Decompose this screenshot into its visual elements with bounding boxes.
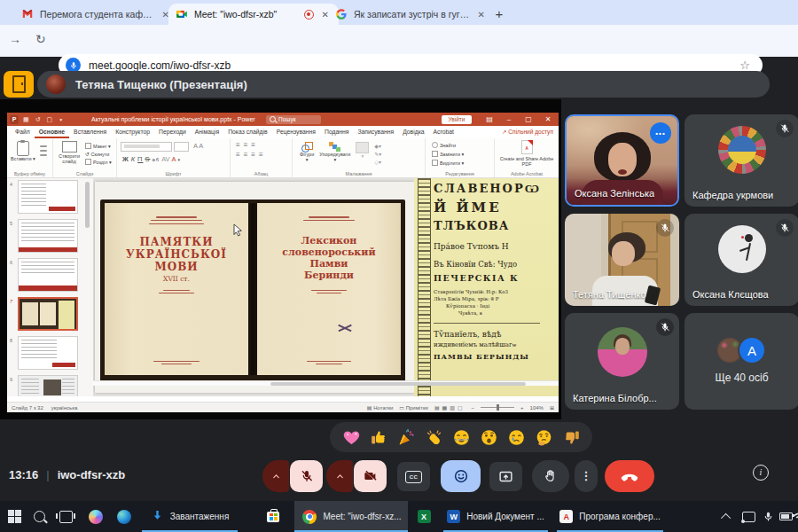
- captions-button[interactable]: CC: [397, 462, 430, 491]
- tray-cast-icon[interactable]: [739, 501, 757, 532]
- raise-hand-button[interactable]: [532, 460, 569, 492]
- tab-review[interactable]: Рецензування: [272, 126, 320, 138]
- tab-animations[interactable]: Анімація: [191, 126, 223, 138]
- arrange-button[interactable]: Упорядкувати▾: [319, 142, 350, 167]
- notes-button[interactable]: ▤ Нотатки: [367, 404, 394, 411]
- task-view-icon[interactable]: [55, 501, 76, 532]
- tray-chevron-up-icon[interactable]: [718, 501, 736, 532]
- layout-button[interactable]: Макет ▾: [85, 143, 112, 149]
- microsoft-store-icon[interactable]: [262, 501, 284, 532]
- font-name-box[interactable]: [121, 142, 172, 152]
- camera-off-button[interactable]: [354, 460, 387, 492]
- taskbar-item-word[interactable]: W Новий Документ ...: [443, 501, 548, 532]
- slide-thumbnail-5[interactable]: [18, 219, 78, 253]
- paste-button[interactable]: Вставити ▾: [11, 141, 35, 161]
- copilot-icon[interactable]: [85, 501, 106, 532]
- adobe-pdf-button[interactable]: A Create and Share Adobe PDF: [495, 140, 559, 167]
- language-indicator[interactable]: українська: [51, 405, 78, 411]
- clapping-hands-icon[interactable]: [425, 428, 443, 447]
- restore-icon[interactable]: ▢: [521, 113, 536, 126]
- astonished-face-icon[interactable]: [480, 428, 498, 447]
- end-call-button[interactable]: [605, 460, 654, 492]
- tab-help[interactable]: Довідка: [398, 126, 428, 138]
- taskbar-item-pdf[interactable]: A Програма конфер...: [557, 501, 663, 532]
- comments-button[interactable]: ▭ Примітки: [399, 404, 428, 411]
- replace-button[interactable]: Замінити ▾: [432, 151, 494, 157]
- search-icon[interactable]: [28, 501, 50, 532]
- tab-design[interactable]: Конструктор: [111, 126, 154, 138]
- reset-button[interactable]: ↺ Скинути: [85, 151, 112, 157]
- crying-face-icon[interactable]: [507, 428, 526, 447]
- zoom-slider[interactable]: [481, 407, 514, 408]
- refresh-icon[interactable]: ↻: [35, 32, 46, 46]
- edge-icon[interactable]: [113, 501, 135, 532]
- bookmark-star-icon[interactable]: ☆: [739, 59, 750, 72]
- tab-acrobat[interactable]: Acrobat: [429, 126, 458, 138]
- new-slide-button[interactable]: Створити слайд: [56, 141, 82, 165]
- taskbar-item-excel[interactable]: X: [413, 501, 434, 532]
- slide-thumbnail-7-selected[interactable]: [18, 297, 78, 331]
- font-size-box[interactable]: [174, 142, 189, 152]
- face-with-tears-of-joy-icon[interactable]: [452, 428, 471, 447]
- participant-tile-oksana-klieshchova[interactable]: Оксана Клєщова: [685, 214, 798, 306]
- list-buttons[interactable]: ≡≡≡: [231, 138, 292, 149]
- thinking-face-icon[interactable]: [535, 428, 553, 447]
- taskbar-item-chrome-meet[interactable]: Meet: "iwo-dfsr-xz...: [298, 501, 406, 532]
- slide-thumbnail-4[interactable]: [18, 180, 78, 214]
- zoom-out-button[interactable]: −: [472, 405, 475, 411]
- tab-insert[interactable]: Вставлення: [69, 126, 111, 138]
- slide-thumbnail-8[interactable]: [18, 336, 78, 370]
- tray-microphone-icon[interactable]: [759, 501, 777, 532]
- sign-in-button[interactable]: Увійти: [442, 115, 472, 124]
- fit-slide-button[interactable]: ⊞: [550, 404, 554, 411]
- party-popper-icon[interactable]: [397, 428, 416, 447]
- thumbnail-scrollbar[interactable]: [85, 182, 90, 228]
- align-buttons[interactable]: ≡≡≡≡: [231, 149, 292, 159]
- browser-tab-meet[interactable]: Meet: "iwo-dfsr-xzb" ✕: [168, 4, 339, 25]
- forward-icon[interactable]: →: [9, 32, 21, 46]
- minimize-icon[interactable]: –: [502, 113, 516, 126]
- tab-slideshow[interactable]: Показ слайдів: [223, 126, 272, 138]
- close-icon[interactable]: ✕: [541, 113, 555, 126]
- share-button[interactable]: ↗ Спільний доступ: [502, 126, 559, 138]
- shapes-button[interactable]: Фігури▾: [300, 142, 314, 167]
- find-button[interactable]: Знайти: [432, 142, 494, 148]
- overflow-tile-more-participants[interactable]: A Ще 40 осіб: [685, 313, 798, 410]
- tab-home[interactable]: Основне: [35, 126, 69, 138]
- mic-options-chevron[interactable]: [262, 460, 289, 492]
- thumbs-up-icon[interactable]: [370, 428, 388, 447]
- new-tab-button[interactable]: +: [489, 4, 509, 24]
- present-button[interactable]: [489, 462, 522, 491]
- start-button[interactable]: [4, 501, 25, 532]
- thumbs-down-icon[interactable]: [562, 428, 581, 447]
- section-button[interactable]: Розділ ▾: [85, 159, 112, 165]
- taskbar-item-downloads[interactable]: Завантаження: [142, 501, 238, 532]
- tray-wifi-icon[interactable]: [793, 501, 798, 532]
- ppt-search-box[interactable]: Пошук: [266, 115, 321, 124]
- participant-tile-kafedra-ukrmovy[interactable]: Кафедра укрмови: [685, 114, 798, 207]
- tab-file[interactable]: Файл: [11, 126, 35, 138]
- horizontal-scrollbar[interactable]: [93, 380, 559, 386]
- slide-thumbnail-9[interactable]: [18, 375, 78, 396]
- reactions-button[interactable]: [441, 460, 481, 492]
- mic-off-button[interactable]: [290, 460, 323, 492]
- close-icon[interactable]: ✕: [475, 9, 488, 20]
- tab-recording[interactable]: Записування: [353, 126, 398, 138]
- browser-tab-google-search[interactable]: Як записати зустріч в гугл міт ✕: [328, 4, 495, 25]
- camera-options-chevron[interactable]: [326, 460, 353, 492]
- quick-styles-button[interactable]: ▾: [356, 142, 369, 167]
- more-options-button[interactable]: ⋮: [575, 460, 598, 492]
- participant-tile-kateryna-bilobr[interactable]: Катерина Білобр...: [565, 313, 679, 410]
- slide-thumbnail-6[interactable]: [18, 258, 78, 292]
- tile-options-button[interactable]: •••: [650, 122, 671, 144]
- clipboard-small-buttons[interactable]: [40, 141, 47, 161]
- view-buttons[interactable]: ▤▦▥▢: [434, 404, 466, 411]
- zoom-in-button[interactable]: +: [520, 405, 524, 411]
- browser-tab-gmail[interactable]: Перемога студента кафедри ж ✕: [14, 4, 179, 25]
- meeting-details-icon[interactable]: i: [753, 465, 769, 481]
- ribbon-options-icon[interactable]: ▤: [482, 113, 497, 126]
- select-button[interactable]: Виділити ▾: [432, 160, 494, 166]
- quick-access-toolbar[interactable]: ▦↺▢▼: [23, 113, 63, 126]
- tab-view[interactable]: Подання: [320, 126, 353, 138]
- tab-transitions[interactable]: Переходи: [154, 126, 191, 138]
